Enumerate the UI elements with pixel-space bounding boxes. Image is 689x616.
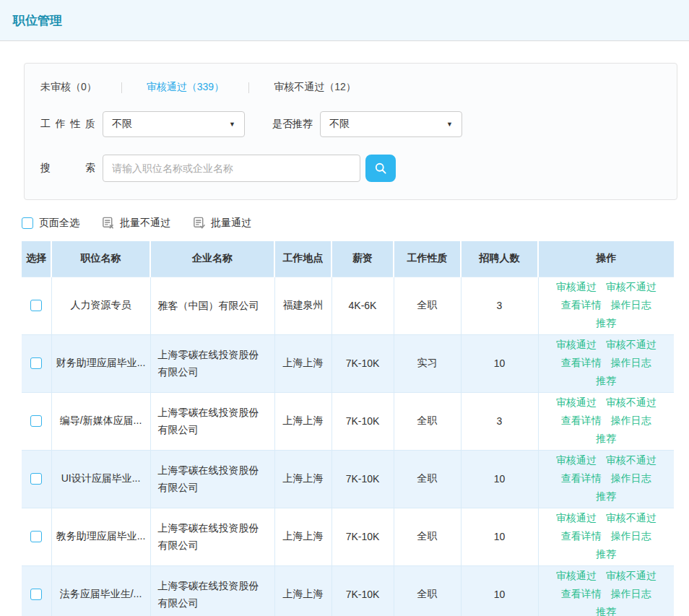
row-select-checkbox[interactable]: [30, 300, 42, 311]
recommend-link[interactable]: 推荐: [596, 375, 616, 388]
view-detail-link[interactable]: 查看详情: [561, 357, 602, 370]
salary-cell: 7K-10K: [332, 334, 394, 392]
header-count: 招聘人数: [461, 241, 538, 277]
row-select-checkbox[interactable]: [30, 473, 42, 485]
header-actions: 操作: [538, 241, 674, 277]
recommend-link[interactable]: 推荐: [596, 606, 616, 616]
job-name-cell: 编导/新媒体应届...: [51, 392, 150, 450]
job-type-cell: 全职: [394, 277, 461, 334]
job-type-select[interactable]: 不限 ▼: [103, 111, 245, 137]
job-type-cell: 实习: [394, 334, 461, 392]
approve-link[interactable]: 审核通过: [556, 339, 597, 352]
job-type-cell: 全职: [394, 450, 461, 508]
table-row: 人力资源专员 雅客（中国）有限公司 福建泉州 4K-6K 全职 3 审核通过审核…: [22, 277, 674, 334]
tab-rejected[interactable]: 审核不通过（12）: [274, 81, 356, 94]
row-select-checkbox[interactable]: [30, 357, 42, 369]
operation-log-link[interactable]: 操作日志: [611, 299, 651, 312]
tab-divider: [121, 82, 122, 93]
recommend-select[interactable]: 不限 ▼: [320, 111, 462, 137]
actions-cell: 审核通过审核不通过查看详情操作日志推荐: [538, 392, 674, 450]
tab-divider: [248, 82, 249, 93]
approve-link[interactable]: 审核通过: [556, 396, 597, 409]
recommend-label: 是否推荐: [272, 118, 313, 131]
header-salary: 薪资: [332, 241, 394, 277]
approve-link[interactable]: 审核通过: [556, 454, 597, 467]
header-location: 工作地点: [274, 241, 332, 277]
batch-approve-button[interactable]: 批量通过: [192, 216, 251, 230]
job-type-cell: 全职: [394, 508, 461, 565]
operation-log-link[interactable]: 操作日志: [611, 415, 651, 428]
recommend-link[interactable]: 推荐: [596, 433, 616, 446]
view-detail-link[interactable]: 查看详情: [561, 415, 602, 428]
filter-row-selects: 工作性质 不限 ▼ 是否推荐 不限 ▼: [40, 111, 655, 137]
select-all-checkbox[interactable]: [22, 217, 33, 229]
location-cell: 上海上海: [274, 334, 332, 392]
salary-cell: 4K-6K: [332, 277, 394, 334]
search-input[interactable]: [103, 155, 360, 182]
recommend-selected-value: 不限: [329, 118, 350, 131]
row-select-checkbox[interactable]: [30, 415, 42, 427]
actions-cell: 审核通过审核不通过查看详情操作日志推荐: [538, 565, 674, 616]
row-select-checkbox[interactable]: [30, 589, 42, 600]
header-job: 职位名称: [51, 241, 150, 277]
chevron-down-icon: ▼: [446, 121, 453, 128]
view-detail-link[interactable]: 查看详情: [561, 530, 602, 543]
approve-link[interactable]: 审核通过: [556, 512, 597, 525]
batch-approve-label: 批量通过: [211, 217, 251, 230]
job-name-cell: 人力资源专员: [51, 277, 150, 334]
reject-link[interactable]: 审核不通过: [606, 339, 656, 352]
job-name-cell: 法务应届毕业生/...: [51, 565, 150, 616]
view-detail-link[interactable]: 查看详情: [561, 472, 602, 485]
job-name-cell: UI设计应届毕业...: [51, 450, 150, 508]
company-name-cell: 上海零碳在线投资股份有限公司: [150, 334, 274, 392]
salary-cell: 7K-10K: [332, 565, 394, 616]
reject-link[interactable]: 审核不通过: [606, 454, 656, 467]
approve-link[interactable]: 审核通过: [556, 570, 597, 583]
row-select-checkbox[interactable]: [30, 531, 42, 542]
status-tabs: 未审核（0） 审核通过（339） 审核不通过（12）: [40, 81, 655, 94]
search-button[interactable]: [365, 155, 396, 182]
reject-link[interactable]: 审核不通过: [606, 281, 656, 294]
hire-count-cell: 10: [461, 508, 538, 565]
operation-log-link[interactable]: 操作日志: [611, 472, 651, 485]
tab-unreviewed[interactable]: 未审核（0）: [40, 81, 97, 94]
location-cell: 上海上海: [274, 450, 332, 508]
table-row: 法务应届毕业生/... 上海零碳在线投资股份有限公司 上海上海 7K-10K 全…: [22, 565, 674, 616]
table-row: 教务助理应届毕业... 上海零碳在线投资股份有限公司 上海上海 7K-10K 全…: [22, 508, 674, 565]
batch-reject-button[interactable]: 批量不通过: [101, 216, 170, 230]
company-name-cell: 上海零碳在线投资股份有限公司: [150, 450, 274, 508]
recommend-link[interactable]: 推荐: [596, 490, 616, 503]
job-type-cell: 全职: [394, 392, 461, 450]
operation-log-link[interactable]: 操作日志: [611, 588, 651, 601]
actions-cell: 审核通过审核不通过查看详情操作日志推荐: [538, 508, 674, 565]
view-detail-link[interactable]: 查看详情: [561, 299, 602, 312]
recommend-link[interactable]: 推荐: [596, 548, 616, 561]
operation-log-link[interactable]: 操作日志: [611, 357, 651, 370]
salary-cell: 7K-10K: [332, 392, 394, 450]
actions-cell: 审核通过审核不通过查看详情操作日志推荐: [538, 334, 674, 392]
actions-group: 审核通过审核不通过查看详情操作日志推荐: [547, 396, 664, 446]
reject-link[interactable]: 审核不通过: [606, 570, 656, 583]
table-row: 编导/新媒体应届... 上海零碳在线投资股份有限公司 上海上海 7K-10K 全…: [22, 392, 674, 450]
view-detail-link[interactable]: 查看详情: [561, 588, 602, 601]
operation-log-link[interactable]: 操作日志: [611, 530, 651, 543]
actions-group: 审核通过审核不通过查看详情操作日志推荐: [547, 454, 664, 503]
actions-group: 审核通过审核不通过查看详情操作日志推荐: [547, 281, 664, 330]
hire-count-cell: 10: [461, 334, 538, 392]
actions-cell: 审核通过审核不通过查看详情操作日志推荐: [538, 277, 674, 334]
select-all-page[interactable]: 页面全选: [22, 217, 79, 230]
company-name-cell: 上海零碳在线投资股份有限公司: [150, 565, 274, 616]
actions-group: 审核通过审核不通过查看详情操作日志推荐: [547, 339, 664, 388]
company-name-cell: 上海零碳在线投资股份有限公司: [150, 508, 274, 565]
header-company: 企业名称: [150, 241, 274, 277]
tab-approved[interactable]: 审核通过（339）: [147, 81, 224, 94]
job-name-cell: 财务助理应届毕业...: [51, 334, 150, 392]
approve-link[interactable]: 审核通过: [556, 281, 597, 294]
recommend-link[interactable]: 推荐: [596, 317, 616, 330]
reject-link[interactable]: 审核不通过: [606, 512, 656, 525]
reject-link[interactable]: 审核不通过: [606, 396, 656, 409]
job-type-cell: 全职: [394, 565, 461, 616]
salary-cell: 7K-10K: [332, 508, 394, 565]
job-name-cell: 教务助理应届毕业...: [51, 508, 150, 565]
batch-reject-icon: [101, 216, 120, 230]
